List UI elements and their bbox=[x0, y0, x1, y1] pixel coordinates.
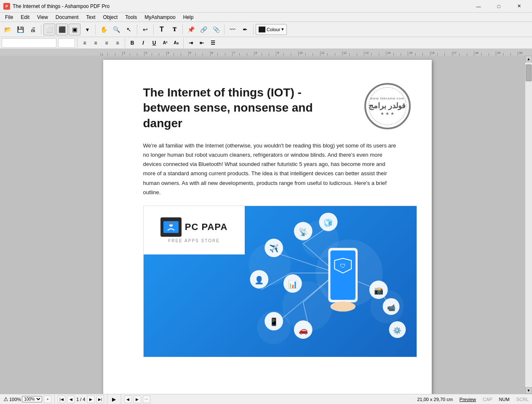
more-nav-button[interactable]: ⋯ bbox=[143, 396, 150, 403]
italic-button[interactable]: I bbox=[138, 38, 148, 48]
menu-help[interactable]: Help bbox=[180, 13, 197, 21]
menu-tools[interactable]: Tools bbox=[122, 13, 140, 21]
align-justify-button[interactable]: ≡ bbox=[112, 38, 123, 48]
colour-swatch bbox=[259, 27, 265, 32]
menu-text[interactable]: Text bbox=[83, 13, 99, 21]
dropdown-button[interactable]: ▾ bbox=[81, 24, 93, 35]
view1-button[interactable]: ⬜ bbox=[43, 24, 55, 35]
r6: 3 bbox=[144, 51, 151, 56]
ruler: 1 2 3 4 5 6 7 8 9 10 11 12 13 bbox=[0, 49, 532, 56]
r51: 18 bbox=[474, 51, 481, 56]
scroll-track[interactable] bbox=[525, 62, 532, 387]
open-button[interactable]: 📂 bbox=[2, 24, 13, 35]
preview-label[interactable]: Preview bbox=[460, 397, 476, 402]
view3-button[interactable]: ▣ bbox=[69, 24, 80, 35]
r30: 11 bbox=[320, 51, 327, 56]
svg-text:🧊: 🧊 bbox=[323, 218, 333, 227]
nav-sep3 bbox=[121, 394, 121, 404]
left-sidebar bbox=[0, 56, 9, 394]
align-right-button[interactable]: ≡ bbox=[102, 38, 112, 48]
bold-button[interactable]: B bbox=[127, 38, 137, 48]
link-button[interactable]: 🔗 bbox=[198, 24, 209, 35]
status-bar: ⚠ 100% 100% 75% 150% 200% + |◀ ◀ 1 / 4 ▶… bbox=[0, 394, 532, 404]
r39: 14 bbox=[386, 51, 393, 56]
warning-icon: ⚠ bbox=[3, 396, 8, 402]
menu-object[interactable]: Object bbox=[100, 13, 121, 21]
text-fit-button[interactable]: 𝐓 bbox=[168, 24, 180, 35]
menu-document[interactable]: Document bbox=[52, 13, 82, 21]
r12: 5 bbox=[188, 51, 195, 56]
first-page-button[interactable]: |◀ bbox=[58, 396, 65, 403]
svg-text:🛡: 🛡 bbox=[340, 262, 346, 269]
next-page-button[interactable]: ▶ bbox=[87, 396, 95, 403]
minimize-button[interactable]: — bbox=[469, 0, 488, 13]
print-button[interactable]: 🖨 bbox=[27, 24, 39, 35]
indent-more-button[interactable]: ⇥ bbox=[186, 38, 196, 48]
presentation-play-button[interactable]: ▶ bbox=[110, 396, 118, 403]
window-controls: — □ ✕ bbox=[469, 0, 529, 13]
select-button[interactable]: ↖ bbox=[123, 24, 135, 35]
hand-tool[interactable]: ✋ bbox=[98, 24, 110, 35]
forward-nav-button[interactable]: ▶ bbox=[134, 396, 141, 403]
font-family-input[interactable] bbox=[2, 38, 56, 48]
page-info: 1 / 4 bbox=[76, 397, 85, 402]
r36: 13 bbox=[364, 51, 371, 56]
right-scrollbar[interactable]: ▲ ▼ bbox=[525, 56, 532, 394]
scroll-thumb[interactable] bbox=[526, 64, 532, 81]
title-bar: P The Internet of things - Ashampoo PDF … bbox=[0, 0, 532, 13]
menu-edit[interactable]: Edit bbox=[17, 13, 33, 21]
list-button[interactable]: ☰ bbox=[208, 38, 218, 48]
font-size-input[interactable] bbox=[58, 38, 75, 48]
colour-picker[interactable]: Colour ▾ bbox=[256, 24, 287, 35]
svg-text:📹: 📹 bbox=[387, 303, 395, 311]
page-total: 4 bbox=[83, 397, 85, 402]
svg-text:📊: 📊 bbox=[288, 280, 297, 289]
back-nav-button[interactable]: ◀ bbox=[124, 396, 132, 403]
pen-button[interactable]: ✒ bbox=[239, 24, 251, 35]
prev-page-button[interactable]: ◀ bbox=[67, 396, 75, 403]
stamp-watermark: www.fabrama.com فولدر برامج ★ ★ ★ bbox=[364, 83, 411, 129]
r45: 16 bbox=[430, 51, 437, 56]
superscript-button[interactable]: A² bbox=[160, 38, 170, 48]
nav-sep2 bbox=[107, 394, 107, 404]
r27: 10 bbox=[298, 51, 305, 56]
scroll-area[interactable]: www.fabrama.com فولدر برامج ★ ★ ★ The In… bbox=[9, 56, 525, 394]
ruler-inner: 1 2 3 4 5 6 7 8 9 10 11 12 13 bbox=[100, 49, 525, 56]
scroll-down-arrow[interactable]: ▼ bbox=[525, 387, 532, 394]
menu-view[interactable]: View bbox=[34, 13, 51, 21]
close-button[interactable]: ✕ bbox=[509, 0, 529, 13]
zoom-in-button[interactable]: + bbox=[44, 396, 51, 403]
zoom-button[interactable]: 🔍 bbox=[110, 24, 122, 35]
sep9 bbox=[125, 38, 125, 48]
r18: 7 bbox=[232, 51, 239, 56]
main-area: www.fabrama.com فولدر برامج ★ ★ ★ The In… bbox=[0, 56, 532, 394]
sep5 bbox=[182, 24, 183, 35]
text-tool[interactable]: T bbox=[156, 24, 168, 35]
last-page-button[interactable]: ▶| bbox=[96, 396, 104, 403]
scroll-up-arrow[interactable]: ▲ bbox=[525, 56, 532, 62]
menu-myashampoo[interactable]: MyAshampoo bbox=[141, 13, 179, 21]
r24: 9 bbox=[276, 51, 283, 56]
status-right: 21,00 x 29,70 cm Preview CAP NUM SCRL bbox=[417, 397, 529, 402]
underline-button[interactable]: U bbox=[149, 38, 159, 48]
svg-text:✈️: ✈️ bbox=[269, 244, 279, 253]
undo-button[interactable]: ↩ bbox=[139, 24, 151, 35]
maximize-button[interactable]: □ bbox=[489, 0, 508, 13]
sep6 bbox=[224, 24, 225, 35]
pin-button[interactable]: 📌 bbox=[185, 24, 197, 35]
svg-rect-20 bbox=[330, 250, 356, 300]
nav-sep1 bbox=[54, 394, 55, 404]
save-button[interactable]: 💾 bbox=[14, 24, 26, 35]
zoom-select[interactable]: 100% 75% 150% 200% bbox=[22, 396, 42, 402]
curve-button[interactable]: 〰 bbox=[227, 24, 238, 35]
subscript-button[interactable]: A₂ bbox=[171, 38, 181, 48]
align-left-button[interactable]: ≡ bbox=[80, 38, 90, 48]
indent-less-button[interactable]: ⇤ bbox=[197, 38, 207, 48]
sep1 bbox=[41, 24, 41, 35]
menu-file[interactable]: File bbox=[2, 13, 16, 21]
align-center-button[interactable]: ≡ bbox=[91, 38, 101, 48]
view2-button[interactable]: ⬛ bbox=[56, 24, 68, 35]
toolbar: 📂 💾 🖨 ⬜ ⬛ ▣ ▾ ✋ 🔍 ↖ ↩ T 𝐓 📌 🔗 📎 〰 ✒ Colo… bbox=[0, 22, 532, 37]
iot-image: PC PAPA FREE APPS STORE bbox=[143, 206, 417, 357]
attach-button[interactable]: 📎 bbox=[210, 24, 222, 35]
